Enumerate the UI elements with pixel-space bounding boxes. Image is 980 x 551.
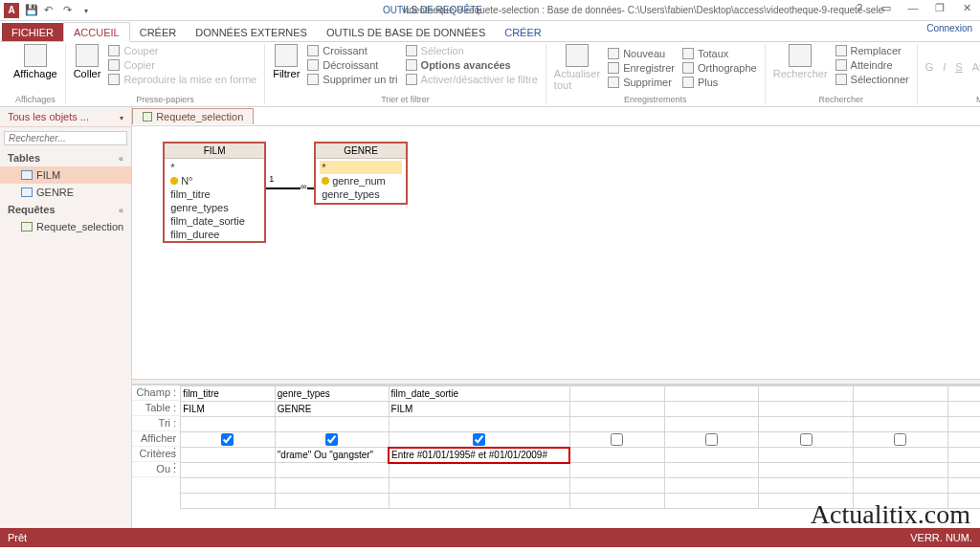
tab-create[interactable]: CRÉER: [130, 23, 187, 41]
nav-item-genre[interactable]: GENRE: [0, 184, 131, 201]
qbe-row-champ: film_titre genre_types film_date_sortie: [181, 386, 980, 402]
maximize-icon[interactable]: ❐: [930, 2, 949, 17]
qbe-checkbox-cell[interactable]: [569, 432, 664, 448]
qbe-cell[interactable]: [759, 386, 854, 402]
delete-record-button[interactable]: Supprimer: [608, 76, 675, 89]
minimize-icon[interactable]: —: [903, 2, 923, 17]
new-record-button[interactable]: Nouveau: [608, 47, 675, 60]
replace-button[interactable]: Remplacer: [835, 44, 909, 57]
selection-filter-button[interactable]: Sélection: [406, 44, 538, 57]
status-numlock: VERR. NUM.: [910, 532, 972, 543]
qbe-row-ou: [181, 463, 980, 478]
field-star[interactable]: *: [320, 161, 402, 174]
field-item[interactable]: genre_types: [320, 187, 402, 201]
help-icon[interactable]: ?: [850, 2, 869, 17]
field-star[interactable]: *: [168, 161, 260, 174]
find-button[interactable]: Rechercher: [773, 44, 828, 86]
ribbon-group-clipboard: Coller Couper Copier Reproduire la mise …: [66, 44, 266, 104]
sort-asc-button[interactable]: Croissant: [307, 44, 397, 57]
qbe-cell[interactable]: [664, 386, 759, 402]
save-record-button[interactable]: Enregistrer: [608, 61, 675, 75]
tab-database-tools[interactable]: OUTILS DE BASE DE DONNÉES: [317, 23, 495, 41]
qbe-cell[interactable]: FILM: [389, 402, 569, 417]
nav-item-requete-selection[interactable]: Requete_selection: [0, 218, 131, 235]
advanced-filter-button[interactable]: Options avancées: [406, 58, 538, 72]
select-button[interactable]: Sélectionner: [835, 73, 909, 86]
field-item[interactable]: film_titre: [168, 187, 260, 201]
qbe-cell[interactable]: film_date_sortie: [389, 386, 569, 402]
qbe-cell[interactable]: film_titre: [181, 386, 276, 402]
remove-sort-button[interactable]: Supprimer un tri: [307, 73, 397, 86]
underline-icon[interactable]: S: [955, 61, 962, 73]
qbe-cell[interactable]: [569, 386, 664, 402]
field-item[interactable]: genre_types: [168, 201, 260, 214]
qbe-cell[interactable]: [181, 448, 276, 463]
filter-button[interactable]: Filtrer: [273, 44, 300, 86]
query-design-surface[interactable]: FILM * N° film_titre genre_types film_da…: [132, 126, 980, 379]
datasheet-icon: [24, 44, 47, 67]
nav-section-queries[interactable]: Requêtes: [0, 201, 131, 218]
ribbon-collapse-icon[interactable]: ▭: [877, 2, 896, 17]
paste-button[interactable]: Coller: [74, 44, 101, 86]
collapse-icon[interactable]: [119, 152, 123, 164]
qbe-cell[interactable]: genre_types: [275, 386, 389, 402]
qbe-cell[interactable]: FILM: [181, 402, 276, 417]
qbe-checkbox-cell[interactable]: [275, 432, 389, 448]
tab-query-design[interactable]: CRÉER: [495, 23, 551, 41]
qbe-checkbox-cell[interactable]: [181, 432, 276, 448]
qbe-checkbox-cell[interactable]: [759, 432, 854, 448]
field-pk[interactable]: genre_num: [320, 174, 402, 187]
field-item[interactable]: film_date_sortie: [168, 214, 260, 228]
spelling-button[interactable]: Orthographe: [682, 61, 757, 75]
ribbon-group-records: Actualiser tout Nouveau Enregistrer Supp…: [546, 44, 766, 104]
qat-more-icon[interactable]: [82, 4, 96, 17]
cut-button[interactable]: Couper: [108, 44, 256, 57]
nav-item-film[interactable]: FILM: [0, 166, 131, 184]
nav-section-tables[interactable]: Tables: [0, 149, 131, 166]
search-input[interactable]: [4, 131, 127, 145]
advanced-icon: [406, 59, 417, 71]
qbe-checkbox-cell[interactable]: [389, 432, 569, 448]
totals-button[interactable]: Totaux: [682, 47, 757, 60]
goto-button[interactable]: Atteindre: [835, 58, 909, 72]
undo-icon[interactable]: ↶: [44, 4, 57, 17]
qbe-checkbox-cell[interactable]: [947, 432, 980, 448]
table-box-genre[interactable]: GENRE * genre_num genre_types: [314, 142, 408, 205]
chevron-down-icon[interactable]: [118, 111, 123, 122]
tab-file[interactable]: FICHIER: [2, 23, 63, 41]
redo-icon[interactable]: ↷: [63, 4, 77, 17]
more-records-button[interactable]: Plus: [682, 76, 757, 89]
qbe-cell-criteria-highlighted[interactable]: Entre #01/01/1995# et #01/01/2009#: [389, 448, 569, 463]
font-color-icon[interactable]: A▾: [972, 61, 980, 74]
field-pk[interactable]: N°: [168, 174, 260, 187]
save-icon[interactable]: 💾: [25, 4, 38, 17]
toggle-filter-button[interactable]: Activer/désactiver le filtre: [406, 73, 538, 86]
nav-pane-title[interactable]: Tous les objets ...: [0, 107, 131, 127]
italic-icon[interactable]: I: [943, 61, 946, 73]
qbe-cell[interactable]: GENRE: [275, 402, 389, 417]
copy-button[interactable]: Copier: [108, 58, 256, 72]
group-label: Enregistrements: [554, 94, 757, 104]
refresh-all-button[interactable]: Actualiser tout: [554, 44, 600, 91]
qbe-checkbox-cell[interactable]: [854, 432, 948, 448]
doc-tab-requete-selection[interactable]: Requete_selection: [132, 108, 254, 124]
qbe-cell[interactable]: [181, 417, 276, 432]
table-box-film[interactable]: FILM * N° film_titre genre_types film_da…: [163, 142, 266, 243]
view-button[interactable]: Affichage: [13, 44, 57, 79]
sort-asc-icon: [307, 45, 319, 56]
qbe-checkbox-cell[interactable]: [664, 432, 759, 448]
qbe-cell[interactable]: "drame" Ou "gangster": [275, 448, 389, 463]
format-painter-button[interactable]: Reproduire la mise en forme: [108, 73, 256, 86]
bold-icon[interactable]: G: [925, 61, 934, 73]
sign-in-link[interactable]: Connexion: [926, 23, 972, 33]
qbe-cell[interactable]: [947, 386, 980, 402]
relationship-line[interactable]: [266, 187, 314, 189]
collapse-icon[interactable]: [119, 204, 123, 215]
close-icon[interactable]: ✕: [957, 2, 976, 17]
qbe-cell[interactable]: [181, 463, 276, 478]
field-item[interactable]: film_duree: [168, 228, 260, 241]
sort-desc-button[interactable]: Décroissant: [307, 58, 397, 72]
tab-home[interactable]: ACCUEIL: [63, 22, 130, 42]
tab-external-data[interactable]: DONNÉES EXTERNES: [186, 23, 317, 41]
qbe-cell[interactable]: [854, 386, 948, 402]
